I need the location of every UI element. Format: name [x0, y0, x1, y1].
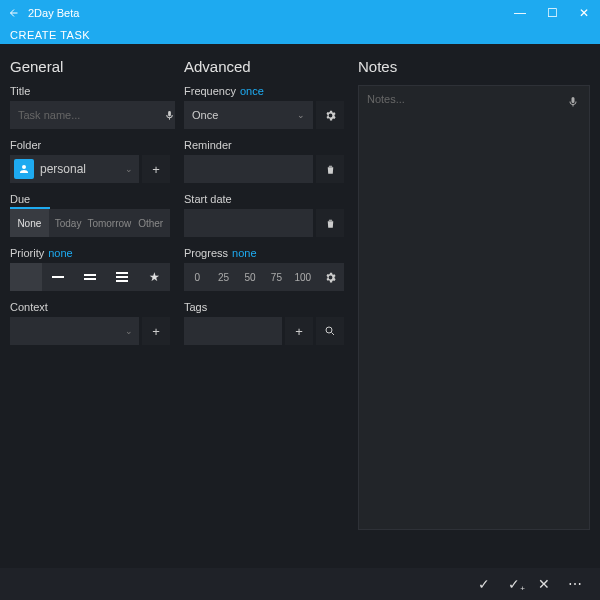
mic-icon[interactable] [164, 101, 175, 129]
app-title: 2Day Beta [28, 7, 79, 19]
frequency-settings-button[interactable] [316, 101, 344, 129]
search-tag-button[interactable] [316, 317, 344, 345]
progress-row: 0 25 50 75 100 [184, 263, 344, 291]
reminder-field[interactable] [184, 155, 313, 183]
folder-value: personal [40, 162, 86, 176]
priority-low[interactable] [42, 263, 74, 291]
maximize-button[interactable]: ☐ [536, 6, 568, 20]
startdate-field[interactable] [184, 209, 313, 237]
chevron-down-icon: ⌄ [297, 110, 305, 120]
due-tab-tomorrow[interactable]: Tomorrow [87, 209, 131, 237]
folder-select[interactable]: personal ⌄ [10, 155, 139, 183]
frequency-label: Frequencyonce [184, 85, 344, 97]
notes-textarea[interactable]: Notes... [358, 85, 590, 530]
progress-75[interactable]: 75 [263, 272, 289, 283]
folder-field: personal ⌄ + [10, 155, 170, 183]
tags-label: Tags [184, 301, 344, 313]
minimize-button[interactable]: — [504, 6, 536, 20]
context-label: Context [10, 301, 170, 313]
reminder-label: Reminder [184, 139, 344, 151]
add-tag-button[interactable]: + [285, 317, 313, 345]
close-button[interactable]: ✕ [568, 6, 600, 20]
chevron-down-icon: ⌄ [125, 326, 133, 336]
advanced-heading: Advanced [184, 58, 344, 75]
folder-label: Folder [10, 139, 170, 151]
notes-heading: Notes [358, 58, 590, 75]
progress-0[interactable]: 0 [184, 272, 210, 283]
confirm-button[interactable]: ✓ [478, 576, 490, 592]
cancel-button[interactable]: ✕ [538, 576, 550, 592]
priority-label: Prioritynone [10, 247, 170, 259]
title-label: Title [10, 85, 170, 97]
context-select[interactable]: ⌄ [10, 317, 139, 345]
person-icon [14, 159, 34, 179]
context-field: ⌄ + [10, 317, 170, 345]
due-tabs: None Today Tomorrow Other [10, 209, 170, 237]
add-context-button[interactable]: + [142, 317, 170, 345]
window-controls: — ☐ ✕ [504, 6, 600, 20]
priority-star[interactable]: ★ [138, 263, 170, 291]
due-tab-none[interactable]: None [10, 209, 49, 237]
add-folder-button[interactable]: + [142, 155, 170, 183]
svg-point-0 [326, 327, 332, 333]
chevron-down-icon: ⌄ [125, 164, 133, 174]
due-tab-other[interactable]: Other [131, 209, 170, 237]
startdate-delete-button[interactable] [316, 209, 344, 237]
startdate-label: Start date [184, 193, 344, 205]
back-button[interactable] [0, 7, 28, 19]
progress-25[interactable]: 25 [210, 272, 236, 283]
tags-field[interactable] [184, 317, 282, 345]
progress-settings-button[interactable] [316, 263, 344, 291]
more-button[interactable]: ⋯ [568, 576, 582, 592]
mic-icon[interactable] [561, 90, 585, 114]
bottom-bar: ✓ ✓+ ✕ ⋯ [0, 568, 600, 600]
priority-row: ★ [10, 263, 170, 291]
page-subtitle: CREATE TASK [0, 26, 600, 44]
progress-label: Progressnone [184, 247, 344, 259]
priority-medium[interactable] [74, 263, 106, 291]
title-field [10, 101, 170, 129]
reminder-delete-button[interactable] [316, 155, 344, 183]
title-input[interactable] [10, 109, 164, 121]
due-tab-today[interactable]: Today [49, 209, 88, 237]
priority-none[interactable] [10, 263, 42, 291]
progress-50[interactable]: 50 [237, 272, 263, 283]
due-label: Due [10, 193, 170, 205]
notes-placeholder: Notes... [367, 93, 405, 105]
frequency-select[interactable]: Once ⌄ [184, 101, 313, 129]
general-heading: General [10, 58, 170, 75]
titlebar: 2Day Beta — ☐ ✕ [0, 0, 600, 26]
progress-100[interactable]: 100 [290, 272, 316, 283]
priority-high[interactable] [106, 263, 138, 291]
confirm-add-button[interactable]: ✓+ [508, 576, 520, 592]
